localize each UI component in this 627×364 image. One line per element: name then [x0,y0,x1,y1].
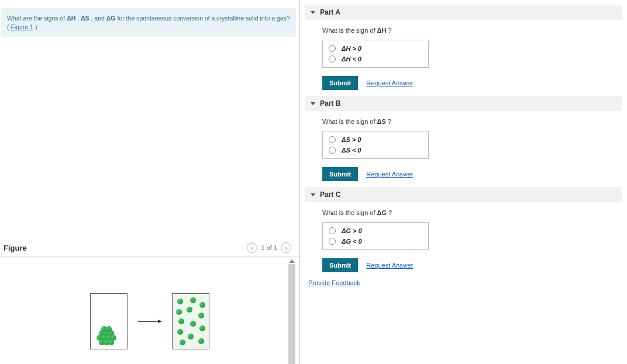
radio-icon [329,56,336,63]
provide-feedback-link[interactable]: Provide Feedback [308,279,360,286]
left-column: What are the signs of ΔH , ΔS , and ΔG f… [0,0,299,364]
part-a-choices: ΔH > 0 ΔH < 0 [322,40,429,68]
figure-body [0,257,299,364]
submit-button[interactable]: Submit [322,258,358,272]
part-c-choice-2[interactable]: ΔG < 0 [329,238,422,245]
part-a-choice-1[interactable]: ΔH > 0 [329,45,422,52]
question-text: What are the signs of [7,15,67,22]
submit-button[interactable]: Submit [322,76,358,90]
part-a-title: Part A [320,8,340,16]
prompt-suffix: ? [388,118,391,125]
radio-icon [329,45,336,52]
part-a-body: What is the sign of ΔH ? ΔH > 0 ΔH < 0 [305,20,622,90]
question-statement: What are the signs of ΔH , ΔS , and ΔG f… [1,8,296,37]
sym-dg: ΔG [106,15,116,22]
right-column: Part A What is the sign of ΔH ? ΔH > 0 Δ… [300,0,627,364]
prompt-text: What is the sign of [322,27,377,34]
caret-down-icon [311,193,315,196]
choice-label: ΔH < 0 [342,56,361,63]
part-c-body: What is the sign of ΔG ? ΔG > 0 ΔG < 0 [305,202,622,272]
part-c-actions: Submit Request Answer [322,258,619,272]
part-a-prompt: What is the sign of ΔH ? [322,27,619,34]
figure-link[interactable]: Figure 1 [11,23,33,30]
caret-down-icon [311,11,315,14]
phase-diagram [90,269,209,364]
choice-label: ΔS > 0 [342,136,361,143]
request-answer-link[interactable]: Request Answer [366,262,413,269]
part-b-header[interactable]: Part B [305,96,622,111]
reaction-arrow-icon [138,321,161,322]
gas-box [172,293,209,349]
radio-icon [329,136,336,143]
choice-label: ΔG < 0 [342,238,362,245]
radio-icon [329,147,336,154]
figure-nav: ‹ 1 of 1 › [247,242,291,253]
figure-next-button[interactable]: › [281,242,291,253]
part-b-choice-1[interactable]: ΔS > 0 [329,136,422,143]
sep: , and [91,15,106,22]
solid-box [90,293,128,349]
part-a-actions: Submit Request Answer [322,76,619,90]
figure-scrollbar[interactable] [288,259,296,364]
page-layout: What are the signs of ΔH , ΔS , and ΔG f… [0,0,627,364]
part-a-header[interactable]: Part A [305,5,622,20]
radio-icon [329,238,336,245]
choice-label: ΔG > 0 [342,227,362,234]
figure-title: Figure [4,244,27,252]
figure-nav-label: 1 of 1 [261,244,277,251]
close-paren: ) [35,23,37,30]
prompt-symbol: ΔH [377,27,387,34]
figure-prev-button[interactable]: ‹ [247,242,257,253]
prompt-text: What is the sign of [322,209,377,216]
sym-ds: ΔS [81,15,89,22]
submit-button[interactable]: Submit [322,167,358,181]
part-b-actions: Submit Request Answer [322,167,619,181]
prompt-symbol: ΔG [377,209,387,216]
part-c-prompt: What is the sign of ΔG ? [322,209,619,216]
prompt-text: What is the sign of [322,118,377,125]
feedback-row: Provide Feedback [308,279,622,286]
part-c: Part C What is the sign of ΔG ? ΔG > 0 Δ… [305,187,622,272]
caret-down-icon [311,102,315,105]
part-c-header[interactable]: Part C [305,187,622,202]
figure-header: Figure ‹ 1 of 1 › [0,242,299,257]
part-c-choice-1[interactable]: ΔG > 0 [329,227,422,234]
part-c-choices: ΔG > 0 ΔG < 0 [322,222,429,250]
part-b-choice-2[interactable]: ΔS < 0 [329,147,422,154]
part-a-choice-2[interactable]: ΔH < 0 [329,56,422,63]
request-answer-link[interactable]: Request Answer [366,171,413,178]
sym-dh: ΔH [67,15,75,22]
prompt-suffix: ? [388,27,391,34]
part-a: Part A What is the sign of ΔH ? ΔH > 0 Δ… [305,5,622,90]
request-answer-link[interactable]: Request Answer [366,79,413,86]
part-b-title: Part B [320,99,340,108]
choice-label: ΔH > 0 [342,45,361,52]
part-c-title: Part C [320,190,340,199]
choice-label: ΔS < 0 [342,147,361,154]
part-b: Part B What is the sign of ΔS ? ΔS > 0 Δ… [305,96,622,181]
prompt-symbol: ΔS [377,118,386,125]
prompt-suffix: ? [388,209,392,216]
scroll-track[interactable] [288,264,295,364]
part-b-choices: ΔS > 0 ΔS < 0 [322,131,429,159]
radio-icon [329,227,336,234]
scroll-up-icon[interactable] [289,259,295,263]
part-b-prompt: What is the sign of ΔS ? [322,118,619,125]
figure-section: Figure ‹ 1 of 1 › [0,242,299,364]
part-b-body: What is the sign of ΔS ? ΔS > 0 ΔS < 0 [305,111,622,181]
